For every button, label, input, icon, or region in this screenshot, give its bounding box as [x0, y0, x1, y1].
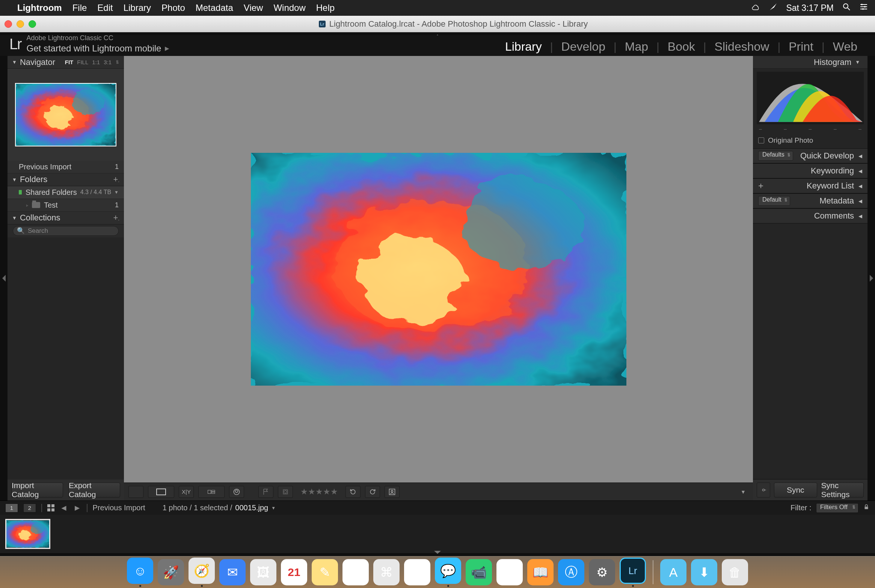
bottom-panel-expand-handle[interactable]: [434, 553, 441, 556]
navigator-panel-header[interactable]: ▼ Navigator FIT FILL 1:1 3:1 ⥮: [8, 56, 124, 69]
dock-launchpad-icon[interactable]: 🚀: [158, 559, 184, 585]
top-panel-expand-handle[interactable]: [434, 32, 441, 35]
module-library[interactable]: Library: [497, 40, 550, 54]
menu-metadata[interactable]: Metadata: [196, 3, 233, 13]
dock-trash-icon[interactable]: 🗑: [722, 559, 748, 585]
dock-safari-icon[interactable]: 🧭: [189, 558, 215, 584]
module-map[interactable]: Map: [617, 40, 656, 54]
status-icon[interactable]: [769, 2, 778, 14]
breadcrumb[interactable]: Previous Import 1 photo / 1 selected / 0…: [93, 504, 276, 512]
survey-view-button[interactable]: [198, 486, 225, 498]
dock-appstore-icon[interactable]: Ⓐ: [558, 559, 584, 585]
dock-lightroom-icon[interactable]: Lr: [620, 558, 646, 584]
flag-pick-button[interactable]: [258, 486, 273, 498]
keywording-header[interactable]: Keywording ◀: [753, 163, 867, 178]
toolbar-options-button[interactable]: ▼: [738, 487, 748, 497]
zoom-fill[interactable]: FILL: [77, 59, 88, 65]
rotate-ccw-button[interactable]: [345, 486, 361, 498]
comments-header[interactable]: Comments ◀: [753, 208, 867, 223]
menu-edit[interactable]: Edit: [97, 3, 113, 13]
metadata-header[interactable]: Default Metadata ◀: [753, 193, 867, 208]
dock-settings-icon[interactable]: ⚙: [589, 559, 615, 585]
menu-library[interactable]: Library: [124, 3, 151, 13]
histogram-panel-header[interactable]: Histogram ▼: [753, 56, 867, 69]
drive-row[interactable]: Shared Folders 4.3 / 4.4 TB▼: [8, 186, 124, 199]
dock-finder-icon[interactable]: ☺: [127, 558, 153, 584]
dock-mail-icon[interactable]: ✉: [219, 559, 246, 585]
app-menu[interactable]: Lightroom: [17, 3, 62, 13]
keyword-list-header[interactable]: + Keyword List ◀: [753, 178, 867, 193]
spotlight-icon[interactable]: [842, 2, 851, 14]
original-photo-checkbox[interactable]: [758, 137, 764, 143]
module-print[interactable]: Print: [780, 40, 822, 54]
dock-messages-icon[interactable]: 💬: [435, 558, 461, 584]
menu-help[interactable]: Help: [316, 3, 335, 13]
menu-view[interactable]: View: [244, 3, 263, 13]
menu-window[interactable]: Window: [273, 3, 305, 13]
dock-ibooks-icon[interactable]: 📖: [527, 559, 554, 585]
dock-applications-icon[interactable]: A: [660, 559, 686, 585]
import-catalog-button[interactable]: Import Catalog: [11, 482, 63, 498]
filter-select[interactable]: Filters Off: [816, 503, 858, 513]
filmstrip-thumbnail[interactable]: [5, 519, 50, 549]
menu-photo[interactable]: Photo: [161, 3, 185, 13]
dock-facetime-icon[interactable]: 📹: [466, 559, 492, 585]
original-photo-row[interactable]: Original Photo: [753, 134, 867, 148]
nav-back-button[interactable]: ◄: [60, 503, 68, 513]
creative-cloud-icon[interactable]: [751, 2, 760, 14]
secondary-display-2[interactable]: 2: [23, 504, 36, 513]
secondary-display-1[interactable]: 1: [5, 504, 18, 513]
folder-row-test[interactable]: ▹ Test 1: [8, 199, 124, 212]
zoom-window-button[interactable]: [29, 20, 36, 28]
quick-develop-preset-select[interactable]: Defaults: [758, 151, 793, 161]
sync-button[interactable]: Sync: [774, 482, 817, 498]
dock-preview-icon[interactable]: 🖼: [250, 559, 276, 585]
module-book[interactable]: Book: [659, 40, 703, 54]
chevron-down-icon[interactable]: ▼: [271, 505, 276, 511]
dock-itunes-icon[interactable]: ♪: [496, 559, 523, 585]
grid-icon[interactable]: [47, 504, 54, 511]
loupe-view-button[interactable]: [148, 486, 174, 498]
module-web[interactable]: Web: [825, 40, 866, 54]
control-center-icon[interactable]: [859, 2, 868, 14]
export-catalog-button[interactable]: Export Catalog: [68, 482, 120, 498]
grid-view-button[interactable]: [128, 486, 143, 498]
zoom-fit[interactable]: FIT: [65, 59, 74, 65]
flag-reject-button[interactable]: ✕: [278, 486, 293, 498]
nav-forward-button[interactable]: ►: [73, 503, 81, 513]
zoom-3-1[interactable]: 3:1: [104, 59, 112, 65]
zoom-1-1[interactable]: 1:1: [92, 59, 100, 65]
dock-launchpad2-icon[interactable]: ⌘: [373, 559, 400, 585]
add-collection-button[interactable]: +.: [113, 213, 119, 223]
catalog-previous-import-row[interactable]: Previous Import 1: [8, 161, 124, 173]
menu-file[interactable]: File: [72, 3, 87, 13]
folders-panel-header[interactable]: ▼ Folders +.: [8, 173, 124, 186]
chevron-down-icon[interactable]: ▼: [114, 190, 119, 195]
dock-downloads-icon[interactable]: ⬇: [691, 559, 717, 585]
minimize-window-button[interactable]: [17, 20, 24, 28]
collections-search-input[interactable]: 🔍 Search: [13, 226, 119, 236]
metadata-preset-select[interactable]: Default: [758, 196, 790, 206]
add-folder-button[interactable]: +.: [113, 175, 119, 184]
zoom-stepper-icon[interactable]: ⥮: [115, 59, 119, 65]
left-panel-expand-handle[interactable]: [0, 56, 8, 501]
dock-reminders-icon[interactable]: ☑: [342, 559, 369, 585]
mobile-get-started-link[interactable]: Get started with Lightroom mobile▶: [27, 43, 170, 54]
rotate-cw-button[interactable]: [365, 486, 380, 498]
menubar-clock[interactable]: Sat 3:17 PM: [786, 3, 834, 13]
right-panel-expand-handle[interactable]: [867, 56, 875, 501]
people-view-button[interactable]: [229, 486, 244, 498]
histogram-display[interactable]: [757, 72, 864, 124]
quick-develop-header[interactable]: Defaults Quick Develop ◀: [753, 148, 867, 163]
close-window-button[interactable]: [5, 20, 12, 28]
sync-lock-toggle[interactable]: [757, 482, 770, 498]
module-slideshow[interactable]: Slideshow: [706, 40, 778, 54]
add-keyword-button[interactable]: +: [758, 181, 763, 191]
module-develop[interactable]: Develop: [553, 40, 614, 54]
dock-photos-icon[interactable]: ✿: [404, 559, 430, 585]
dock-calendar-icon[interactable]: 21: [281, 559, 307, 585]
filter-lock-toggle[interactable]: [863, 504, 870, 512]
collections-panel-header[interactable]: ▼ Collections +.: [8, 212, 124, 225]
rating-stars[interactable]: ★★★★★: [300, 487, 338, 497]
dock-notes-icon[interactable]: ✎: [312, 559, 338, 585]
